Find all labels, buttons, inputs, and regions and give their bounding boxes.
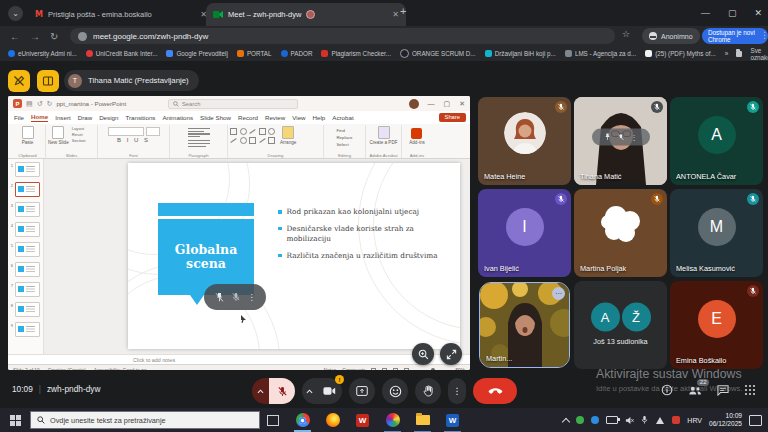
- rect-shape-icon[interactable]: [268, 137, 275, 144]
- line-shape-icon[interactable]: [249, 128, 256, 135]
- ppt-tab-insert[interactable]: Insert: [55, 114, 70, 121]
- camera-control[interactable]: !: [302, 378, 342, 404]
- slide-thumbnail[interactable]: 3: [11, 202, 40, 217]
- comments-toggle[interactable]: Comments: [342, 368, 365, 370]
- redo-icon[interactable]: ↻: [47, 100, 53, 108]
- font-style-buttons[interactable]: B I U S: [117, 137, 150, 143]
- ellipse-shape-icon[interactable]: [268, 128, 275, 135]
- chrome-update-button[interactable]: Dostupan je novi Chrome: [702, 28, 768, 44]
- participant-tile[interactable]: Martina Poljak: [574, 189, 667, 277]
- pin-icon[interactable]: [604, 133, 611, 142]
- create-pdf-button[interactable]: Create a PDF: [369, 126, 399, 145]
- ppt-notes-bar[interactable]: Click to add notes: [8, 354, 470, 364]
- chat-icon[interactable]: [717, 385, 729, 396]
- slide-thumbnail-selected[interactable]: 2: [11, 182, 40, 197]
- normal-view-icon[interactable]: [371, 368, 376, 370]
- taskbar-app-w[interactable]: W: [354, 408, 371, 432]
- window-minimize-button[interactable]: —: [701, 8, 710, 18]
- font-name-box[interactable]: [108, 127, 144, 136]
- reload-button[interactable]: ↻: [50, 31, 58, 42]
- arrange-button[interactable]: Arrange: [280, 126, 296, 145]
- site-info-icon[interactable]: [78, 32, 87, 41]
- slide-thumbnail[interactable]: 6: [11, 262, 40, 277]
- slide-sorter-view-icon[interactable]: [382, 368, 387, 370]
- tray-mic-icon[interactable]: [641, 415, 648, 425]
- people-panel-button[interactable]: 22: [688, 385, 702, 396]
- ellipse-shape-icon[interactable]: [240, 137, 247, 144]
- window-maximize-button[interactable]: ▢: [728, 8, 737, 18]
- keyboard-language[interactable]: HRV: [687, 417, 702, 424]
- whiteboard-button[interactable]: [37, 70, 59, 92]
- undo-icon[interactable]: ↺: [37, 100, 43, 108]
- ppt-tab-animations[interactable]: Animations: [162, 114, 193, 121]
- ppt-account-avatar[interactable]: [409, 99, 419, 109]
- ppt-tab-acrobat[interactable]: Acrobat: [332, 114, 353, 121]
- present-button[interactable]: [349, 378, 375, 404]
- line-shape-icon[interactable]: [230, 137, 237, 144]
- slide-bullets[interactable]: Rod prikazan kao kolonijalni utjecaj Des…: [278, 207, 446, 267]
- slide-thumbnail[interactable]: 7: [11, 282, 40, 297]
- mic-mute-button[interactable]: [269, 378, 295, 404]
- onedrive-icon[interactable]: [591, 416, 599, 424]
- ppt-tab-review[interactable]: Review: [265, 114, 285, 121]
- participant-tile[interactable]: ⋮ Tihana Matić: [574, 97, 667, 185]
- all-bookmarks-label[interactable]: Sve oznake: [750, 47, 768, 61]
- self-tile-more-options-icon[interactable]: ⋯: [552, 287, 565, 300]
- participant-tile[interactable]: I Ivan Bijelić: [478, 189, 571, 277]
- tile-hover-controls[interactable]: ⋮: [592, 129, 650, 146]
- align-left-icon[interactable]: [188, 128, 210, 137]
- slide-thumbnail[interactable]: 8: [11, 302, 40, 317]
- zoom-level[interactable]: 59%: [455, 368, 465, 370]
- close-tab-icon[interactable]: ✕: [392, 10, 399, 19]
- rect-shape-icon[interactable]: [230, 128, 237, 135]
- camera-button[interactable]: !: [316, 378, 342, 404]
- paste-button[interactable]: Paste: [22, 126, 34, 145]
- rect-shape-icon[interactable]: [249, 137, 256, 144]
- bookmark-item[interactable]: (25) (PDF) Myths of...: [645, 50, 716, 57]
- accessibility-status[interactable]: Accessibility: Good to go: [94, 368, 147, 370]
- ppt-search-box[interactable]: Search: [168, 99, 298, 109]
- battery-icon[interactable]: [606, 416, 618, 424]
- slide-canvas[interactable]: Globalna scena Rod prikazan kao kolonija…: [128, 163, 460, 349]
- tab-meet[interactable]: Meet – zwh-pndh-dyw ✕: [206, 3, 406, 26]
- ppt-tab-transitions[interactable]: Transitions: [125, 114, 155, 121]
- section-button[interactable]: Section: [72, 138, 86, 143]
- meeting-details-icon[interactable]: [661, 384, 673, 396]
- mic-options-chevron[interactable]: [252, 378, 269, 404]
- new-tab-button[interactable]: +: [400, 5, 406, 17]
- language-indicator[interactable]: Croatian (Croatia): [48, 368, 86, 370]
- slide-thumbnail[interactable]: 5: [11, 242, 40, 257]
- participant-tile[interactable]: M Melisa Kasumović: [670, 189, 763, 277]
- volume-muted-icon[interactable]: [625, 416, 634, 425]
- bookmark-item[interactable]: eUniversity Admi ni...: [8, 50, 77, 57]
- window-close-button[interactable]: ✕: [754, 8, 762, 18]
- save-icon[interactable]: ▤: [26, 100, 33, 108]
- font-size-box[interactable]: [146, 127, 160, 136]
- taskbar-media-app[interactable]: [384, 408, 401, 432]
- pen-off-button[interactable]: [8, 70, 30, 92]
- chrome-menu-icon[interactable]: ⋮: [760, 30, 768, 40]
- more-options-button[interactable]: ⋮: [448, 378, 466, 404]
- bookmark-item[interactable]: Google Prevoditelj: [166, 50, 227, 57]
- presentation-tile-controls[interactable]: ⋮: [204, 284, 266, 310]
- ppt-tab-view[interactable]: View: [292, 114, 305, 121]
- tile-more-options-icon[interactable]: ⋮: [631, 133, 638, 141]
- addins-button[interactable]: Add-ins: [409, 126, 425, 145]
- ppt-tab-help[interactable]: Help: [313, 114, 326, 121]
- tray-expand-icon[interactable]: [562, 417, 570, 425]
- zoom-presentation-button[interactable]: [412, 343, 434, 365]
- notes-toggle[interactable]: Notes: [324, 368, 337, 370]
- end-call-button[interactable]: [473, 378, 517, 404]
- participant-tile[interactable]: A ANTONELA Čavar: [670, 97, 763, 185]
- rect-shape-icon[interactable]: [259, 128, 266, 135]
- participant-tile[interactable]: E Emina Boškailo: [670, 281, 763, 369]
- ppt-maximize-button[interactable]: ▢: [444, 100, 451, 108]
- ppt-tab-slideshow[interactable]: Slide Show: [200, 114, 231, 121]
- tab-search-button[interactable]: ⌄: [8, 6, 23, 21]
- taskbar-firefox[interactable]: [324, 408, 341, 432]
- bookmark-item[interactable]: PORTAL: [237, 50, 272, 57]
- tray-alert-icon[interactable]: [672, 416, 680, 424]
- taskbar-chrome[interactable]: [294, 408, 311, 432]
- camera-options-chevron[interactable]: [302, 378, 316, 404]
- bookmark-item[interactable]: Državljani BiH koji p...: [485, 50, 556, 57]
